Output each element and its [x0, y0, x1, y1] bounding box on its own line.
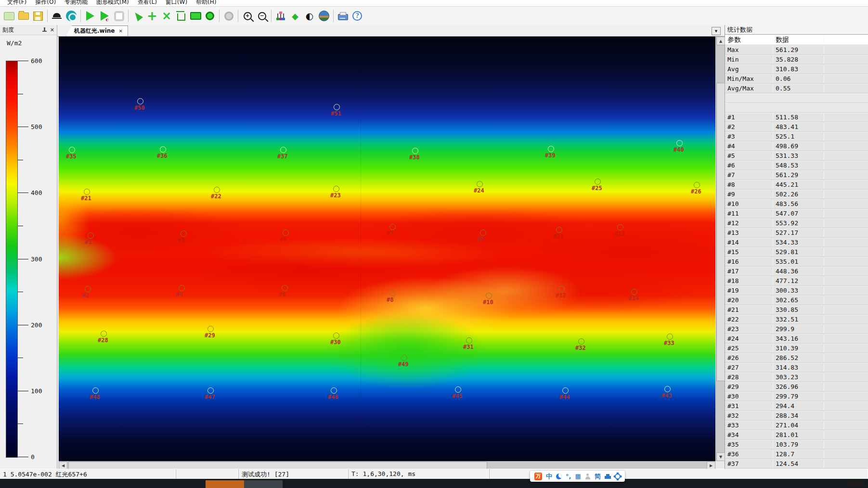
ime-settings-icon[interactable] — [615, 474, 621, 479]
measure-point-2[interactable]: #2 — [85, 286, 91, 292]
scale-panel-close-icon[interactable]: ✕ — [50, 27, 54, 33]
horizontal-scrollbar[interactable]: ◀ ▶ — [59, 461, 715, 469]
measure-point-39[interactable]: #39 — [548, 146, 554, 152]
ime-keyboard-icon[interactable]: ▦ — [575, 473, 581, 480]
vertical-scrollbar[interactable]: ▲ ▼ — [716, 37, 725, 461]
stats-row[interactable]: #35103.79 — [725, 440, 868, 449]
measure-point-6[interactable]: #6 — [282, 285, 288, 291]
stats-row[interactable]: #4498.69 — [725, 141, 868, 151]
stats-row[interactable]: #11547.07 — [725, 209, 868, 218]
measure-point-25[interactable]: #25 — [595, 179, 601, 185]
new-button[interactable] — [2, 9, 16, 23]
stats-row[interactable]: #5531.33 — [725, 151, 868, 161]
measure-point-47[interactable]: #47 — [207, 387, 214, 394]
measure-point-1[interactable]: #1 — [88, 232, 94, 239]
pin-icon[interactable] — [42, 27, 47, 33]
measure-point-12[interactable]: #12 — [558, 286, 565, 292]
cursor-button[interactable] — [130, 9, 145, 23]
stats-row[interactable]: #21330.85 — [725, 305, 868, 315]
measure-point-24[interactable]: #24 — [477, 181, 483, 187]
stats-row[interactable]: #13527.17 — [725, 228, 868, 238]
measure-point-38[interactable]: #38 — [412, 148, 418, 154]
menu-item[interactable]: 专测功能 — [60, 0, 92, 5]
stats-row[interactable]: Avg/Max0.55 — [725, 84, 868, 93]
save-button[interactable] — [31, 9, 45, 23]
measure-point-32[interactable]: #32 — [578, 338, 584, 345]
measure-point-44[interactable]: #44 — [562, 387, 569, 394]
measure-point-30[interactable]: #30 — [333, 333, 339, 339]
open-button[interactable] — [16, 9, 31, 23]
stats-row[interactable]: #32288.34 — [725, 411, 868, 421]
measure-point-21[interactable]: #21 — [84, 189, 90, 195]
trash-button[interactable] — [174, 9, 188, 23]
stats-row[interactable]: #19300.33 — [725, 286, 868, 295]
stats-row[interactable]: #18477.12 — [725, 276, 868, 286]
settings-button[interactable] — [64, 9, 78, 23]
stats-row[interactable]: #3525.1 — [725, 132, 868, 141]
measure-point-9[interactable]: #9 — [480, 230, 486, 236]
stats-row[interactable]: #30299.79 — [725, 392, 868, 401]
run-button[interactable] — [83, 9, 97, 23]
measure-point-23[interactable]: #23 — [333, 186, 339, 192]
stats-row[interactable]: #34281.01 — [725, 430, 868, 440]
stats-row[interactable]: Max561.29 — [725, 45, 868, 55]
stats-row[interactable]: #22332.51 — [725, 315, 868, 324]
print-button[interactable] — [336, 9, 350, 23]
measure-point-14[interactable]: #14 — [631, 289, 637, 295]
menu-item[interactable]: 文件(F) — [3, 0, 31, 5]
stats-row[interactable]: #33271.04 — [725, 421, 868, 430]
zoom-out-button[interactable]: − — [255, 9, 269, 23]
measure-point-31[interactable]: #31 — [466, 337, 472, 344]
menu-item[interactable]: 图形模式(M) — [92, 0, 133, 5]
rect-roi-button[interactable] — [188, 9, 203, 23]
stats-row[interactable]: #28303.23 — [725, 372, 868, 382]
measure-point-29[interactable]: #29 — [207, 326, 214, 332]
measure-point-4[interactable]: #4 — [179, 285, 185, 291]
measure-point-13[interactable]: #13 — [617, 224, 623, 231]
stats-row[interactable]: #1511.58 — [725, 113, 868, 122]
stats-row[interactable]: #27314.83 — [725, 363, 868, 372]
help-button[interactable]: ? — [350, 9, 364, 23]
os-taskbar[interactable] — [0, 479, 868, 488]
vertical-scroll-thumb[interactable] — [716, 83, 725, 381]
bell-button[interactable] — [50, 9, 64, 23]
irradiance-heatmap[interactable]: #1#2#3#4#5#6#7#8#9#10#11#12#13#14#21#22#… — [59, 37, 715, 461]
scroll-down-icon[interactable]: ▼ — [716, 452, 725, 461]
stats-row[interactable]: #17448.36 — [725, 267, 868, 276]
ime-simplified-toggle[interactable]: 简 — [595, 472, 601, 481]
stats-row[interactable]: #29326.96 — [725, 382, 868, 392]
measure-point-50[interactable]: #50 — [137, 98, 143, 104]
measure-point-46[interactable]: #46 — [331, 387, 337, 394]
stats-row[interactable]: #2483.41 — [725, 122, 868, 132]
stop-button[interactable] — [112, 9, 126, 23]
stats-row[interactable]: #20302.65 — [725, 295, 868, 305]
zoom-in-button[interactable]: + — [240, 9, 255, 23]
menu-item[interactable]: 操作(O) — [31, 0, 60, 5]
stats-row[interactable]: #37124.54 — [725, 459, 868, 469]
ellipse-roi-button[interactable] — [203, 9, 217, 23]
ime-user-icon[interactable] — [585, 474, 591, 479]
stats-row[interactable]: #25310.39 — [725, 344, 868, 353]
measure-point-26[interactable]: #26 — [694, 182, 700, 188]
stats-row[interactable]: #24343.16 — [725, 334, 868, 344]
stats-row[interactable]: #12553.92 — [725, 218, 868, 228]
measure-point-10[interactable]: #10 — [486, 293, 492, 299]
ime-punctuation-icon[interactable]: °, — [566, 473, 571, 480]
measure-point-8[interactable]: #8 — [389, 290, 396, 296]
stats-row[interactable]: #9502.26 — [725, 190, 868, 199]
stats-row[interactable]: #7561.29 — [725, 170, 868, 180]
ime-skin-icon[interactable] — [605, 476, 611, 479]
stats-row[interactable]: Min35.828 — [725, 55, 868, 64]
measure-point-7[interactable]: #7 — [389, 224, 396, 230]
stats-row[interactable]: #6548.53 — [725, 161, 868, 170]
tab-close-icon[interactable]: ✕ — [118, 28, 122, 34]
measure-point-48[interactable]: #48 — [92, 387, 99, 394]
measure-point-36[interactable]: #36 — [160, 146, 166, 153]
menu-item[interactable]: 帮助(H) — [192, 0, 220, 5]
stats-row[interactable]: #36128.7 — [725, 449, 868, 459]
center-mark-button[interactable]: ◆ — [288, 9, 302, 23]
scroll-up-icon[interactable]: ▲ — [716, 37, 725, 45]
stats-row[interactable]: #26286.52 — [725, 353, 868, 363]
measure-point-35[interactable]: #35 — [69, 147, 75, 153]
measure-point-51[interactable]: #51 — [334, 104, 340, 110]
